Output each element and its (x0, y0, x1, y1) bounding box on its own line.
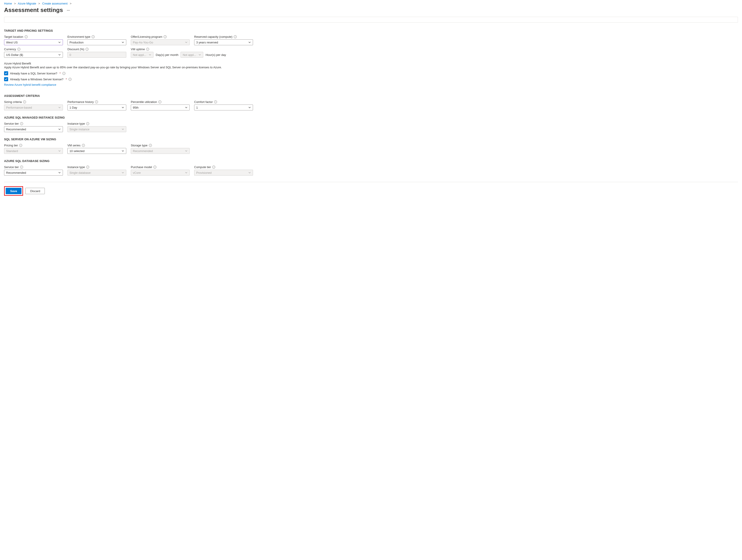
section-target-pricing: TARGET AND PRICING SETTINGS (4, 29, 738, 32)
info-icon[interactable]: i (95, 101, 98, 103)
reserved-capacity-select[interactable]: 3 years reserved (194, 39, 253, 45)
vm-series-select[interactable]: 10 selected (67, 148, 126, 154)
info-icon[interactable]: i (153, 166, 156, 169)
info-icon[interactable]: i (234, 35, 237, 38)
info-icon[interactable]: i (92, 35, 95, 38)
section-assessment-criteria: ASSESSMENT CRITERIA (4, 94, 738, 98)
info-icon[interactable]: i (212, 166, 215, 169)
currency-select[interactable]: US Dollar ($) (4, 52, 63, 58)
percentile-utilization-select[interactable]: 95th (131, 105, 190, 110)
info-icon[interactable]: i (23, 101, 26, 103)
db-compute-tier-select: Provisioned (194, 170, 253, 176)
page-title: Assessment settings ··· (4, 7, 738, 13)
chevron-down-icon (58, 53, 61, 56)
chevron-down-icon (185, 150, 188, 152)
chevron-down-icon (248, 171, 251, 174)
info-icon[interactable]: i (17, 48, 20, 51)
info-icon[interactable]: i (86, 48, 89, 51)
label-db-service-tier: Service tier i (4, 165, 63, 169)
label-vm-pricing-tier: Pricing tier i (4, 144, 63, 147)
mi-instance-type-select: Single instance (67, 126, 126, 132)
chevron-down-icon (121, 128, 124, 130)
more-icon[interactable]: ··· (64, 8, 70, 12)
breadcrumb-home[interactable]: Home (4, 2, 12, 5)
chevron-down-icon (121, 41, 124, 44)
chevron-down-icon (58, 41, 61, 44)
info-icon[interactable]: i (82, 144, 85, 147)
windows-license-checkbox[interactable] (4, 77, 8, 81)
info-icon[interactable]: i (68, 78, 71, 81)
breadcrumb-sep: > (68, 2, 73, 5)
label-discount: Discount (%) i (67, 48, 126, 51)
info-icon[interactable]: i (19, 144, 22, 147)
chevron-down-icon (58, 128, 61, 130)
info-icon[interactable]: i (62, 72, 65, 75)
breadcrumb-create-assessment[interactable]: Create assessment (42, 2, 68, 5)
hybrid-benefit-desc: Apply Azure Hybrid Benefit and save up t… (4, 66, 738, 69)
db-service-tier-select[interactable]: Recommended (4, 170, 63, 176)
label-mi-service-tier: Service tier i (4, 122, 63, 125)
offer-program-select: Pay-As-You-Go (131, 39, 190, 45)
label-vm-series: VM series i (67, 144, 126, 147)
vm-pricing-tier-select: Standard (4, 148, 63, 154)
discard-button[interactable]: Discard (25, 188, 45, 194)
info-icon[interactable]: i (86, 122, 89, 125)
sql-license-label: Already have a SQL Server license? (10, 72, 57, 75)
label-vm-storage-type: Storage type i (131, 144, 190, 147)
info-icon[interactable]: i (164, 35, 167, 38)
label-currency: Currency i (4, 48, 63, 51)
section-db-sizing: AZURE SQL DATABASE SIZING (4, 159, 738, 163)
chevron-down-icon (58, 106, 61, 109)
chevron-down-icon (121, 106, 124, 109)
performance-history-select[interactable]: 1 Day (67, 105, 126, 110)
label-percentile-utilization: Percentile utilization i (131, 100, 190, 104)
breadcrumb-azure-migrate[interactable]: Azure Migrate (18, 2, 36, 5)
vm-uptime-hours-select: Not appl... (180, 52, 203, 58)
info-icon[interactable]: i (146, 48, 149, 51)
label-environment-type: Environment type i (67, 35, 126, 39)
label-reserved-capacity: Reserved capacity (compute) i (194, 35, 253, 39)
label-db-compute-tier: Compute tier i (194, 165, 253, 169)
chevron-down-icon (149, 53, 151, 56)
db-instance-type-select: Single database (67, 170, 126, 176)
label-sizing-criteria: Sizing criteria i (4, 100, 63, 104)
section-vm-sizing: SQL SERVER ON AZURE VM SIZING (4, 137, 738, 141)
environment-type-select[interactable]: Production (67, 39, 126, 45)
chevron-down-icon (58, 150, 61, 152)
sql-license-checkbox[interactable] (4, 71, 8, 75)
windows-license-label: Already have a Windows Server license? (10, 77, 63, 81)
breadcrumb: Home > Azure Migrate > Create assessment… (4, 2, 738, 5)
chevron-down-icon (185, 171, 188, 174)
info-icon[interactable]: i (214, 101, 217, 103)
breadcrumb-sep: > (37, 2, 41, 5)
chevron-down-icon (248, 106, 251, 109)
info-icon[interactable]: i (25, 35, 28, 38)
info-icon[interactable]: i (86, 166, 89, 169)
chevron-down-icon (185, 106, 188, 109)
required-marker: * (59, 72, 61, 75)
info-icon[interactable]: i (20, 166, 23, 169)
label-comfort-factor: Comfort factor i (194, 100, 253, 104)
discount-input: 0 (67, 52, 126, 58)
breadcrumb-sep: > (13, 2, 17, 5)
mi-service-tier-select[interactable]: Recommended (4, 126, 63, 132)
vm-storage-type-select: Recommended (131, 148, 190, 154)
label-mi-instance-type: Instance type i (67, 122, 126, 125)
chevron-down-icon (199, 53, 201, 56)
vm-uptime-days-label: Day(s) per month (156, 53, 178, 57)
info-icon[interactable]: i (20, 122, 23, 125)
save-button[interactable]: Save (6, 188, 21, 194)
vm-uptime-hours-label: Hour(s) per day (206, 53, 226, 57)
review-hybrid-compliance-link[interactable]: Review Azure hybrid benefit compliance (4, 83, 56, 87)
save-button-highlight: Save (4, 186, 23, 196)
info-icon[interactable]: i (158, 101, 161, 103)
info-icon[interactable]: i (149, 144, 152, 147)
target-location-select[interactable]: West US (4, 39, 63, 45)
chevron-down-icon (185, 41, 188, 44)
hybrid-benefit-title: Azure Hybrid Benefit (4, 62, 738, 65)
comfort-factor-select[interactable]: 1 (194, 105, 253, 110)
label-performance-history: Performance history i (67, 100, 126, 104)
label-offer-program: Offer/Licensing program i (131, 35, 190, 39)
sizing-criteria-select: Performance-based (4, 105, 63, 110)
label-vm-uptime: VM uptime i (131, 48, 253, 51)
